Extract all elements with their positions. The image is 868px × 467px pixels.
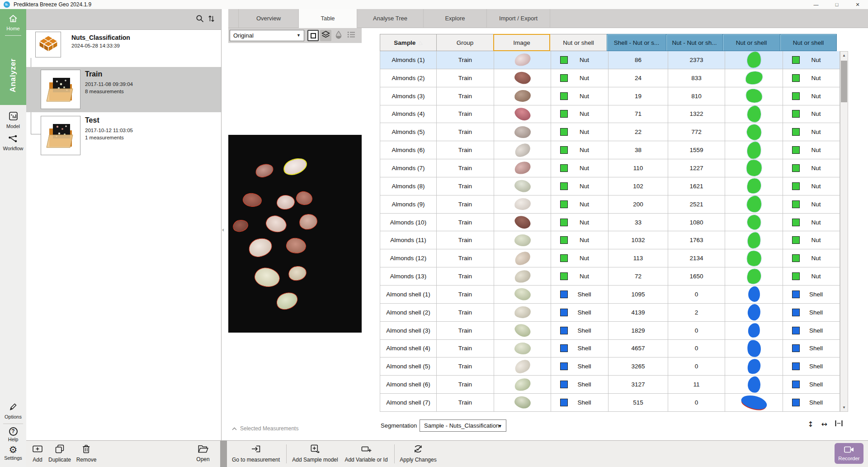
segmentation-label: Segmentation: [381, 422, 417, 429]
column-header-nut-nut-or-sh-[interactable]: Nut - Nut or sh...: [666, 34, 723, 51]
project-item[interactable]: Nuts_Classification 2024-05-28 14:33:39: [26, 30, 221, 67]
group-date: 2017-10-12 11:03:05: [85, 128, 133, 133]
table-row[interactable]: Almond shell (2) Train Shell 4139 2 Shel…: [380, 304, 840, 322]
cell-segmentation-image: [725, 267, 783, 286]
cell-class: Shell: [551, 322, 609, 340]
cell-shell-count: 24: [609, 69, 668, 87]
apply-changes-button[interactable]: Apply Changes: [400, 444, 436, 463]
column-header-nut-or-shell[interactable]: Nut or shell: [780, 34, 837, 51]
tab-overview[interactable]: Overview: [238, 9, 299, 28]
search-icon[interactable]: [196, 14, 204, 24]
table-row[interactable]: Almond shell (4) Train Shell 4657 0 Shel…: [380, 340, 840, 358]
cell-sample: Almonds (13): [380, 267, 437, 286]
sample-image[interactable]: [228, 135, 362, 333]
nav-options[interactable]: Options: [5, 402, 22, 419]
chevron-down-icon: ▼: [297, 30, 301, 41]
column-header-nut-or-shell[interactable]: Nut or shell: [722, 34, 780, 51]
nut-photo: [513, 52, 532, 68]
sort-order-icon[interactable]: [208, 14, 215, 24]
column-header-nut-or-shell[interactable]: Nut or shell: [550, 34, 607, 51]
table-row[interactable]: Almonds (4) Train Nut 71 1322 Nut: [380, 105, 840, 124]
add-button[interactable]: Add: [33, 444, 43, 463]
square-select-tool[interactable]: [307, 30, 319, 41]
cell-segmentation-image: [725, 322, 783, 340]
trash-icon: [82, 444, 91, 455]
table-row[interactable]: Almond shell (7) Train Shell 515 0 Shell: [380, 394, 840, 412]
recorder-button[interactable]: Recorder: [835, 443, 863, 464]
app-window: b. Prediktera Breeze Geo 2024.1.9 — □ ✕ …: [0, 0, 868, 467]
workflow-icon: [8, 135, 18, 145]
measurement-group-train[interactable]: Train 2017-11-08 09:39:04 8 measurements: [26, 67, 221, 112]
table-row[interactable]: Almonds (6) Train Nut 38 1559 Nut: [380, 141, 840, 159]
collapse-left-panel-icon[interactable]: ‹: [222, 226, 224, 233]
remove-button[interactable]: Remove: [76, 444, 97, 463]
column-header-sample[interactable]: Sample△: [380, 34, 437, 51]
go-to-measurement-button[interactable]: Go to measurement: [232, 444, 280, 463]
table-row[interactable]: Almonds (5) Train Nut 22 772 Nut: [380, 123, 840, 141]
cell-nut-count: 833: [668, 69, 725, 87]
resize-columns-icon[interactable]: ↔: [821, 420, 827, 429]
selected-measurements-toggle[interactable]: Selected Measurements: [232, 425, 298, 432]
table-row[interactable]: Almonds (10) Train Nut 33 1080 Nut: [380, 214, 840, 232]
layer-select[interactable]: Original ▼: [230, 30, 304, 41]
class-label: Nut: [800, 129, 832, 135]
column-header-shell-nut-or-s-[interactable]: Shell - Nut or s...: [607, 34, 666, 51]
table-row[interactable]: Almond shell (1) Train Shell 1095 0 Shel…: [380, 286, 840, 304]
table-row[interactable]: Almonds (7) Train Nut 110 1227 Nut: [380, 159, 840, 177]
cell-group: Train: [437, 105, 494, 124]
resize-rows-icon[interactable]: ↕: [807, 420, 813, 429]
cell-group: Train: [437, 195, 494, 214]
nav-home[interactable]: Home: [0, 9, 26, 31]
droplet-tool[interactable]: [333, 30, 344, 41]
segmentation-select[interactable]: Sample - Nuts_Classification ▼: [420, 419, 506, 432]
class-color-swatch: [560, 254, 568, 262]
class-color-swatch: [792, 110, 800, 118]
table-row[interactable]: Almond shell (6) Train Shell 3127 11 She…: [380, 376, 840, 394]
add-variable-button[interactable]: Add Variable or Id: [344, 444, 387, 463]
nav-model[interactable]: Model: [0, 111, 26, 129]
cell-sample: Almond shell (2): [380, 304, 437, 322]
table-row[interactable]: Almond shell (3) Train Shell 1829 0 Shel…: [380, 322, 840, 340]
scrollbar-thumb[interactable]: [841, 61, 847, 102]
fit-width-icon[interactable]: [835, 420, 843, 429]
table-row[interactable]: Almonds (12) Train Nut 113 2134 Nut: [380, 249, 840, 267]
go-to-label: Go to measurement: [232, 457, 280, 463]
table-scrollbar[interactable]: ▲ ▼: [840, 51, 848, 412]
table-row[interactable]: Almonds (11) Train Nut 1032 1763 Nut: [380, 231, 840, 249]
tab-analyse-tree[interactable]: Analyse Tree: [357, 9, 424, 28]
class-label: Nut: [800, 75, 832, 81]
close-button[interactable]: ✕: [847, 0, 868, 9]
cell-class: Nut: [551, 231, 609, 249]
cell-image: [494, 141, 551, 159]
nav-settings[interactable]: ⚙ Settings: [4, 445, 22, 461]
tab-explore[interactable]: Explore: [424, 9, 487, 28]
table-row[interactable]: Almonds (2) Train Nut 24 833 Nut: [380, 69, 840, 87]
open-button[interactable]: Open: [196, 444, 209, 462]
class-label: Nut: [800, 57, 832, 63]
nav-workflow[interactable]: Workflow: [0, 135, 26, 151]
minimize-button[interactable]: —: [806, 0, 826, 9]
measurement-group-test[interactable]: Test 2017-10-12 11:03:05 1 measurements: [26, 113, 221, 158]
cell-class-2: Shell: [783, 357, 840, 376]
tab-table[interactable]: Table: [299, 9, 357, 28]
cell-sample: Almonds (3): [380, 87, 437, 105]
column-header-image[interactable]: Image: [493, 34, 550, 51]
cell-class-2: Nut: [783, 51, 840, 69]
column-header-group[interactable]: Group: [436, 34, 494, 51]
table-row[interactable]: Almonds (3) Train Nut 19 810 Nut: [380, 87, 840, 105]
layers-tool[interactable]: [320, 30, 331, 41]
table-row[interactable]: Almonds (9) Train Nut 200 2521 Nut: [380, 195, 840, 214]
scroll-up-button[interactable]: ▲: [840, 52, 848, 59]
table-row[interactable]: Almond shell (5) Train Shell 3265 0 Shel…: [380, 357, 840, 376]
add-sample-model-button[interactable]: Add Sample model: [292, 444, 338, 463]
nav-help[interactable]: ? Help: [8, 427, 19, 442]
scroll-down-button[interactable]: ▼: [840, 404, 848, 411]
list-tool[interactable]: [345, 30, 357, 41]
duplicate-button[interactable]: Duplicate: [48, 444, 71, 463]
table-row[interactable]: Almonds (1) Train Nut 86 2373 Nut: [380, 51, 840, 69]
cell-class-2: Nut: [783, 195, 840, 214]
tab-import-export[interactable]: Import / Export: [487, 9, 550, 28]
maximize-button[interactable]: □: [826, 0, 847, 9]
table-row[interactable]: Almonds (13) Train Nut 72 1650 Nut: [380, 267, 840, 286]
table-row[interactable]: Almonds (8) Train Nut 102 1621 Nut: [380, 177, 840, 195]
